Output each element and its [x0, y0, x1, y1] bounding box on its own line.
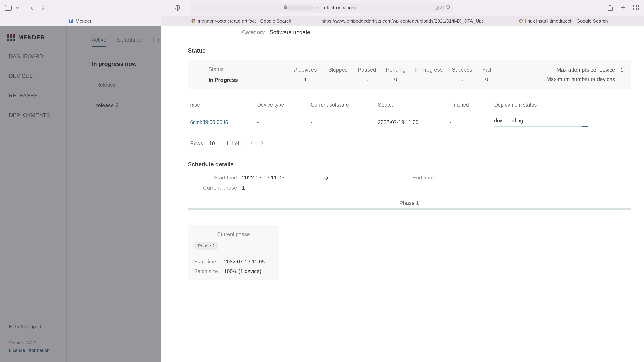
num-inprogress: 1 — [415, 76, 443, 83]
phase-card: Current phase Phase 1 Start time 2022-07… — [188, 225, 279, 280]
svg-rect-9 — [634, 8, 636, 10]
tab-overview-icon[interactable] — [633, 4, 639, 11]
devices-table: mac Device type Current software Started… — [188, 98, 630, 133]
current-phase-value: 1 — [242, 185, 245, 191]
cell-depstatus: downloading — [492, 112, 630, 133]
num-skipped: 0 — [328, 76, 348, 83]
svg-rect-7 — [634, 5, 636, 7]
address-bar[interactable]: xxxxxxxxxxx interelectronix.com あA — [190, 3, 454, 13]
page-next[interactable] — [260, 140, 264, 147]
end-time-value: - — [439, 175, 440, 181]
rows-label: Rows — [190, 141, 203, 147]
browser-tab[interactable]: E https://www.embeddedartists.com/wp-con… — [322, 16, 483, 26]
num-pending: 0 — [386, 76, 406, 83]
status-section-title: Status — [188, 47, 630, 54]
th-started[interactable]: Started — [376, 98, 447, 112]
cell-mac[interactable]: 6c:cf:39:00:00:f6 — [188, 112, 255, 133]
phase-progress-track — [188, 209, 630, 210]
page-range: 1-1 of 1 — [226, 141, 244, 147]
category-label: Category — [242, 29, 264, 35]
col-devices: # devices — [292, 67, 319, 73]
chevron-down-icon[interactable] — [16, 6, 19, 9]
th-mac[interactable]: mac — [188, 98, 255, 112]
phase-batch-label: Batch size — [194, 268, 220, 274]
num-fail: 0 — [481, 76, 492, 83]
lock-icon — [284, 5, 288, 11]
svg-rect-10 — [636, 8, 639, 10]
page-prev[interactable] — [250, 140, 254, 147]
forward-button[interactable] — [41, 5, 46, 11]
cell-currentsw: - — [308, 112, 376, 133]
tab-label: https://www.embeddedartists.com/wp-conte… — [322, 18, 483, 24]
cell-started: 2022-07-19 11:05 — [376, 112, 447, 133]
status-summary: Status In Progress # devices Skipped Pau… — [188, 60, 630, 89]
deployment-detail-panel: Category Software update Status Status I… — [161, 26, 644, 362]
phase-start-label: Start time — [194, 259, 220, 265]
th-finished[interactable]: Finished — [447, 98, 492, 112]
col-paused: Paused — [357, 67, 376, 73]
svg-rect-3 — [284, 7, 287, 9]
browser-tab[interactable]: B Mender — [0, 16, 161, 26]
col-inprogress: In Progress — [415, 67, 443, 73]
end-time-label: End time — [394, 175, 434, 181]
phase-bar-label: Phase 1 — [188, 200, 630, 206]
phase-batch-value: 100% (1 device) — [224, 268, 261, 274]
category-value: Software update — [270, 29, 310, 35]
num-devices: 1 — [292, 76, 319, 83]
phase-card-title: Current phase — [194, 231, 273, 237]
start-time-label: Start time — [197, 175, 237, 181]
browser-tab[interactable]: linux install timedatectl - Google Searc… — [483, 16, 644, 26]
share-icon[interactable] — [607, 4, 613, 11]
arrow-right-icon — [322, 175, 329, 182]
reload-icon[interactable] — [446, 5, 450, 11]
num-paused: 0 — [357, 76, 376, 83]
svg-rect-0 — [5, 5, 12, 10]
max-devices-value: 1 — [620, 76, 624, 82]
tab-label: Mender — [76, 18, 92, 24]
favicon-icon: B — [69, 19, 73, 23]
status-value: In Progress — [208, 77, 238, 83]
phase-chip: Phase 1 — [194, 242, 218, 250]
tab-label: mender yocto create artifact - Google Se… — [198, 18, 291, 24]
rows-select[interactable]: 10 — [209, 141, 220, 147]
num-success: 0 — [452, 76, 472, 83]
favicon-icon — [192, 19, 196, 23]
status-label: Status — [208, 66, 238, 72]
pagination: Rows 10 1-1 of 1 — [190, 140, 630, 147]
sidebar-toggle-icon[interactable] — [5, 5, 12, 11]
divider — [188, 296, 630, 296]
cell-finished: - — [447, 112, 492, 133]
privacy-shield-icon[interactable] — [174, 5, 180, 11]
col-success: Success — [452, 67, 472, 73]
new-tab-icon[interactable] — [620, 4, 626, 11]
svg-rect-8 — [636, 5, 639, 7]
th-depstatus[interactable]: Deployment status — [492, 98, 630, 112]
max-devices-label: Maximum number of devices — [546, 76, 615, 82]
col-fail: Fail — [481, 67, 492, 73]
current-phase-label: Current phase — [197, 185, 237, 191]
th-currentsw[interactable]: Current software — [308, 98, 376, 112]
back-button[interactable] — [30, 5, 34, 11]
schedule-section-title: Schedule details — [188, 161, 630, 168]
favicon-icon — [519, 19, 523, 23]
th-devicetype[interactable]: Device type — [255, 98, 308, 112]
tab-label: linux install timedatectl - Google Searc… — [525, 18, 608, 24]
browser-toolbar: xxxxxxxxxxx interelectronix.com あA — [0, 0, 644, 16]
url-domain: interelectronix.com — [314, 5, 356, 11]
max-attempts-label: Max attempts per device — [556, 67, 615, 73]
phase-start-value: 2022-07-19 11:05 — [224, 259, 265, 265]
col-pending: Pending — [386, 67, 406, 73]
translate-icon[interactable]: あA — [435, 5, 444, 11]
max-attempts-value: 1 — [620, 67, 624, 73]
col-skipped: Skipped — [328, 67, 348, 73]
cell-devicetype: - — [255, 112, 308, 133]
depstatus-text: downloading — [494, 118, 523, 124]
start-time-value: 2022-07-19 11:05 — [242, 175, 284, 181]
progress-bar — [494, 126, 588, 127]
table-row[interactable]: 6c:cf:39:00:00:f6 - - 2022-07-19 11:05 -… — [188, 112, 630, 133]
browser-tab-strip: B Mender mender yocto create artifact - … — [0, 16, 644, 26]
browser-tab[interactable]: mender yocto create artifact - Google Se… — [161, 16, 322, 26]
